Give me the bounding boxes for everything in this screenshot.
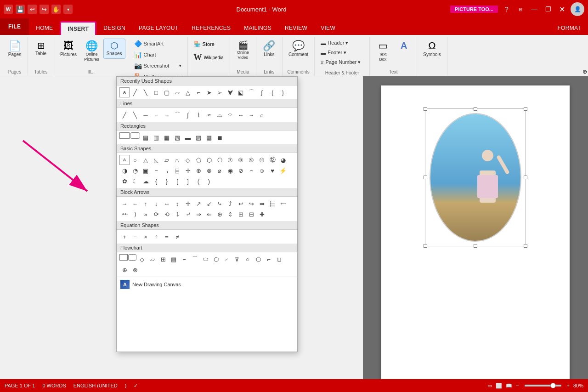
basic-donut[interactable]: ◉ <box>225 165 235 176</box>
line-elbow[interactable]: ⌐ <box>151 110 161 120</box>
flow-preparation[interactable]: ⬡ <box>211 254 221 264</box>
online-pictures-button[interactable]: 🌐 OnlinePictures <box>81 39 102 64</box>
rect-singlesnip[interactable]: ▨ <box>193 132 204 142</box>
arrow-cross[interactable]: ✚ <box>257 209 267 219</box>
shape-text-box[interactable]: A <box>119 87 130 97</box>
minimize-button[interactable]: — <box>529 4 539 14</box>
undo-icon[interactable]: ↩ <box>28 5 37 14</box>
tab-format[interactable]: FORMAT <box>551 21 588 35</box>
shape-curved-2[interactable]: ∫ <box>257 87 267 97</box>
basic-pentagon[interactable]: ⬠ <box>193 155 204 165</box>
tab-mailings[interactable]: MAILINGS <box>237 21 278 35</box>
flow-document[interactable]: ⌐ <box>179 254 189 264</box>
arrow-strip[interactable]: ➡ <box>257 199 267 209</box>
arrow-circular-left[interactable]: ⟲ <box>162 209 172 219</box>
arrow-quadrant[interactable]: ⊕ <box>215 209 225 219</box>
page-number-button[interactable]: # Page Number ▾ <box>317 58 367 67</box>
line-arrow[interactable]: → <box>246 110 256 120</box>
zoom-slider[interactable] <box>525 385 561 386</box>
handle-tr[interactable] <box>524 107 527 111</box>
arrow-merge[interactable]: ⇒ <box>193 209 204 219</box>
redo-icon[interactable]: ↪ <box>40 5 49 14</box>
text-box-button[interactable]: ▭ TextBox <box>373 39 393 64</box>
shape-rect[interactable]: □ <box>151 87 161 97</box>
shape-rounded-rect[interactable]: ▢ <box>162 87 172 97</box>
handle-tl[interactable] <box>424 107 427 111</box>
basic-right-bracket[interactable]: ) <box>204 176 214 186</box>
basic-chord[interactable]: ◑ <box>119 165 130 176</box>
arrow-circular-right[interactable]: ⟳ <box>151 209 161 219</box>
arrow-diag2[interactable]: ↙ <box>204 199 214 209</box>
flow-manual-input[interactable]: ⌿ <box>221 254 232 264</box>
tab-view[interactable]: VIEW <box>314 21 342 35</box>
basic-cube[interactable]: ⊗ <box>204 165 214 176</box>
view-icon-read[interactable]: 📖 <box>506 383 512 389</box>
basic-diamond[interactable]: ◇ <box>183 155 193 165</box>
eq-plus[interactable]: + <box>119 232 130 242</box>
rect-small[interactable]: ◼ <box>215 132 225 142</box>
shape-arrow-right[interactable]: ➤ <box>204 87 214 97</box>
arrow-chevron-double[interactable]: » <box>141 209 151 219</box>
rect-frame[interactable]: ▦ <box>162 132 172 142</box>
basic-lightning[interactable]: ⚡ <box>278 165 288 176</box>
eq-notequals[interactable]: ≠ <box>172 232 182 242</box>
shape-right-angle[interactable]: ⌐ <box>193 87 204 97</box>
arrow-quad[interactable]: ✛ <box>183 199 193 209</box>
arrow-stacked-up[interactable]: ⊞ <box>236 209 246 219</box>
rect-snip2[interactable]: ▥ <box>151 132 161 142</box>
basic-cloud[interactable]: ☁ <box>141 176 151 186</box>
line-scribble[interactable]: ≈ <box>204 110 214 120</box>
shape-triangle[interactable]: △ <box>183 87 193 97</box>
restore-button[interactable]: ❐ <box>543 4 553 14</box>
store-button[interactable]: 🏪 Store <box>191 39 223 50</box>
online-video-button[interactable]: 🎬 OnlineVideo <box>233 39 253 62</box>
wordart-button[interactable]: A <box>394 39 414 52</box>
basic-12[interactable]: ⑫ <box>267 155 277 165</box>
new-drawing-canvas-button[interactable]: A New Drawing Canvas <box>117 277 297 292</box>
basic-oval[interactable]: ○ <box>130 155 140 165</box>
screenshot-button[interactable]: 📷 Screenshot ▾ <box>131 61 185 71</box>
line-straight[interactable]: ╱ <box>119 110 130 120</box>
flow-predefined[interactable]: ⊞ <box>158 254 168 264</box>
help-button[interactable]: ? <box>502 4 512 14</box>
line-curved-2[interactable]: ∫ <box>183 110 193 120</box>
ribbon-toggle[interactable]: ⊟ <box>515 4 526 14</box>
line-double-arrow[interactable]: ↔ <box>236 110 246 120</box>
arrow-uturn[interactable]: ↩ <box>236 199 246 209</box>
view-icon-web[interactable]: ⬜ <box>496 383 502 389</box>
flow-data[interactable]: ▱ <box>147 254 158 264</box>
rect-wide[interactable]: ▬ <box>183 132 193 142</box>
ribbon-expand[interactable]: ⊕ <box>582 68 588 76</box>
flow-off-page[interactable]: ⬡ <box>253 254 263 264</box>
line-zigzag[interactable]: ⌔ <box>225 110 235 120</box>
line-horizontal[interactable]: ─ <box>141 110 151 120</box>
symbols-button[interactable]: Ω Symbols <box>420 39 444 60</box>
basic-smiley[interactable]: ☺ <box>257 165 267 176</box>
arrow-chevron-right[interactable]: ⟩ <box>130 209 140 219</box>
basic-8[interactable]: ⑧ <box>236 155 246 165</box>
tab-insert[interactable]: INSERT <box>60 21 96 35</box>
more-icon[interactable]: ▾ <box>63 5 73 14</box>
eq-divide[interactable]: ÷ <box>151 232 161 242</box>
basic-brace-left[interactable]: { <box>151 176 161 186</box>
shape-arrow-down[interactable]: ⮟ <box>225 87 235 97</box>
basic-right-triangle[interactable]: ◺ <box>151 155 161 165</box>
basic-brace-right[interactable]: } <box>162 176 172 186</box>
arrow-bent-up[interactable]: ⤴ <box>225 199 235 209</box>
arrow-notched-right[interactable]: ⬱ <box>267 199 277 209</box>
basic-heptagon[interactable]: ⎔ <box>215 155 225 165</box>
rect-3d[interactable]: ▧ <box>172 132 182 142</box>
arrow-right[interactable]: → <box>119 199 130 209</box>
line-straight2[interactable]: ╲ <box>130 110 140 120</box>
zoom-out-button[interactable]: − <box>516 383 519 388</box>
chart-button[interactable]: 📊 Chart <box>131 50 185 60</box>
flow-or[interactable]: ⊗ <box>130 265 140 275</box>
arrow-back[interactable]: ↪ <box>246 199 256 209</box>
arrow-left[interactable]: ← <box>130 199 140 209</box>
flow-summing[interactable]: ⊕ <box>119 265 130 275</box>
basic-moon[interactable]: ☾ <box>130 176 140 186</box>
shape-arrow-right2[interactable]: ➢ <box>215 87 225 97</box>
comment-button[interactable]: 💬 Comment <box>285 39 311 60</box>
pages-button[interactable]: 📄 Pages <box>5 39 25 60</box>
flow-multidoc[interactable]: ⌒ <box>190 254 200 264</box>
